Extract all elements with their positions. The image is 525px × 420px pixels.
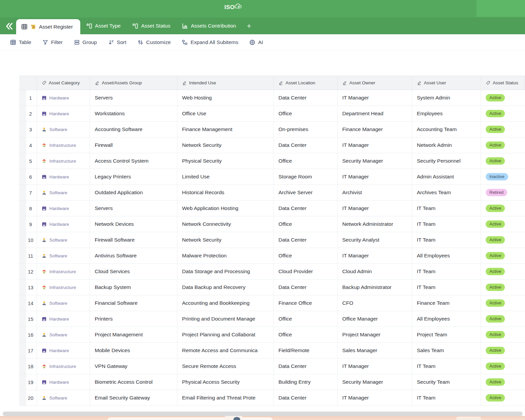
cell-user[interactable]: Employees	[412, 106, 481, 121]
cell-use[interactable]: Accounting and Bookkeeping	[177, 295, 274, 311]
cell-location[interactable]: Cloud Provider	[274, 264, 338, 279]
cell-category[interactable]: Infrastructure	[37, 280, 90, 295]
cell-use[interactable]: Limited Use	[177, 169, 274, 184]
cell-location[interactable]: Field/Remote	[274, 343, 338, 358]
cell-group[interactable]: Outdated Application	[90, 185, 177, 200]
cell-num[interactable]: 8	[19, 201, 37, 216]
cell-num[interactable]: 14	[19, 295, 37, 311]
tab-asset-type[interactable]: Asset Type	[80, 17, 126, 34]
cell-category[interactable]: Infrastructure	[37, 359, 90, 374]
cell-group[interactable]: Servers	[90, 201, 177, 216]
cell-owner[interactable]: Project Manager	[338, 327, 412, 342]
cell-num[interactable]: 20	[19, 390, 37, 406]
cell-use[interactable]: Historical Records	[177, 185, 274, 200]
column-header-rownum[interactable]	[19, 76, 37, 90]
toolbar-customize-button[interactable]: Customize	[137, 39, 171, 45]
cell-owner[interactable]: Finance Manager	[338, 122, 412, 137]
cell-status[interactable]: Active	[481, 90, 525, 106]
cell-location[interactable]: On-premises	[274, 122, 338, 137]
cell-num[interactable]: 6	[19, 169, 37, 184]
cell-owner[interactable]: Security Manager	[338, 374, 412, 390]
cell-owner[interactable]: Security Analyst	[338, 232, 412, 248]
cell-owner[interactable]: IT Manager	[338, 90, 412, 106]
cell-use[interactable]: Physical Security	[177, 153, 274, 169]
cell-group[interactable]: Servers	[90, 90, 177, 106]
cell-status[interactable]: Active	[481, 280, 525, 295]
cell-category[interactable]: Software	[37, 185, 90, 200]
cell-group[interactable]: Email Security Gateway	[90, 390, 177, 406]
column-header-user[interactable]: Asset User	[412, 76, 481, 90]
cell-status[interactable]: Active	[481, 295, 525, 311]
cell-status[interactable]: Inactive	[481, 169, 525, 184]
cell-group[interactable]: Biometric Access Control	[90, 374, 177, 390]
cell-owner[interactable]: IT Manager	[338, 201, 412, 216]
toolbar-expand-all-subitems-button[interactable]: Expand All Subitems	[182, 39, 238, 45]
cell-status[interactable]: Active	[481, 122, 525, 137]
cell-group[interactable]: Project Management	[90, 327, 177, 342]
cell-category[interactable]: Software	[37, 390, 90, 406]
cell-use[interactable]: Web Application Hosting	[177, 201, 274, 216]
cell-user[interactable]: Admin Assistant	[412, 169, 481, 184]
cell-num[interactable]: 16	[19, 327, 37, 342]
cell-location[interactable]: Office	[274, 311, 338, 327]
cell-user[interactable]: IT Team	[412, 359, 481, 374]
add-view-tab[interactable]	[242, 17, 256, 34]
cell-user[interactable]: Security Personnel	[412, 153, 481, 169]
cell-location[interactable]: Data Center	[274, 137, 338, 153]
cell-num[interactable]: 15	[19, 311, 37, 327]
cell-group[interactable]: Backup System	[90, 280, 177, 295]
cell-category[interactable]: Software	[37, 122, 90, 137]
cell-use[interactable]: Email Filtering and Threat Prote	[177, 390, 274, 406]
cell-status[interactable]: Active	[481, 343, 525, 358]
cell-location[interactable]: Office	[274, 153, 338, 169]
cell-use[interactable]: Malware Protection	[177, 248, 274, 263]
cell-location[interactable]: Archive Server	[274, 185, 338, 200]
cell-owner[interactable]: Network Administrator	[338, 216, 412, 232]
column-header-category[interactable]: Asset Category	[37, 76, 90, 90]
cell-status[interactable]: Active	[481, 232, 525, 248]
cell-num[interactable]: 4	[19, 137, 37, 153]
cell-owner[interactable]: Backup Administrator	[338, 280, 412, 295]
cell-num[interactable]: 11	[19, 248, 37, 263]
cell-category[interactable]: Hardware	[37, 106, 90, 121]
cell-location[interactable]: Office	[274, 216, 338, 232]
cell-user[interactable]: System Admin	[412, 90, 481, 106]
cell-use[interactable]: Secure Remote Access	[177, 359, 274, 374]
cell-use[interactable]: Data Backup and Recovery	[177, 280, 274, 295]
cell-status[interactable]: Active	[481, 201, 525, 216]
cell-status[interactable]: Active	[481, 374, 525, 390]
toolbar-sort-button[interactable]: Sort	[108, 39, 126, 45]
cell-group[interactable]: Antivirus Software	[90, 248, 177, 263]
cell-user[interactable]: Sales Team	[412, 343, 481, 358]
cell-num[interactable]: 7	[19, 185, 37, 200]
cell-location[interactable]: Data Center	[274, 359, 338, 374]
cell-category[interactable]: Infrastructure	[37, 264, 90, 279]
cell-owner[interactable]: IT Manager	[338, 248, 412, 263]
cell-group[interactable]: Financial Software	[90, 295, 177, 311]
cell-status[interactable]: Active	[481, 390, 525, 406]
cell-user[interactable]: IT Team	[412, 216, 481, 232]
cell-use[interactable]: Network Security	[177, 232, 274, 248]
cell-location[interactable]: Data Center	[274, 390, 338, 406]
cell-status[interactable]: Active	[481, 311, 525, 327]
cell-category[interactable]: Software	[37, 295, 90, 311]
cell-group[interactable]: Cloud Services	[90, 264, 177, 279]
cell-status[interactable]: Active	[481, 248, 525, 263]
column-header-status[interactable]: Asset Status	[481, 76, 525, 90]
cell-group[interactable]: Network Devices	[90, 216, 177, 232]
cell-use[interactable]: Data Storage and Processing	[177, 264, 274, 279]
cell-num[interactable]: 9	[19, 216, 37, 232]
cell-user[interactable]: Security Team	[412, 374, 481, 390]
tab-asset-status[interactable]: Asset Status	[126, 17, 176, 34]
cell-user[interactable]: IT Team	[412, 264, 481, 279]
cell-owner[interactable]: Archivist	[338, 185, 412, 200]
cell-group[interactable]: Accounting Software	[90, 122, 177, 137]
cell-group[interactable]: Firewall Software	[90, 232, 177, 248]
cell-location[interactable]: Storage Room	[274, 169, 338, 184]
cell-num[interactable]: 19	[19, 374, 37, 390]
cell-status[interactable]: Active	[481, 137, 525, 153]
cell-group[interactable]: Access Control System	[90, 153, 177, 169]
cell-group[interactable]: Legacy Printers	[90, 169, 177, 184]
cell-owner[interactable]: IT Manager	[338, 390, 412, 406]
cell-owner[interactable]: Cloud Admin	[338, 264, 412, 279]
